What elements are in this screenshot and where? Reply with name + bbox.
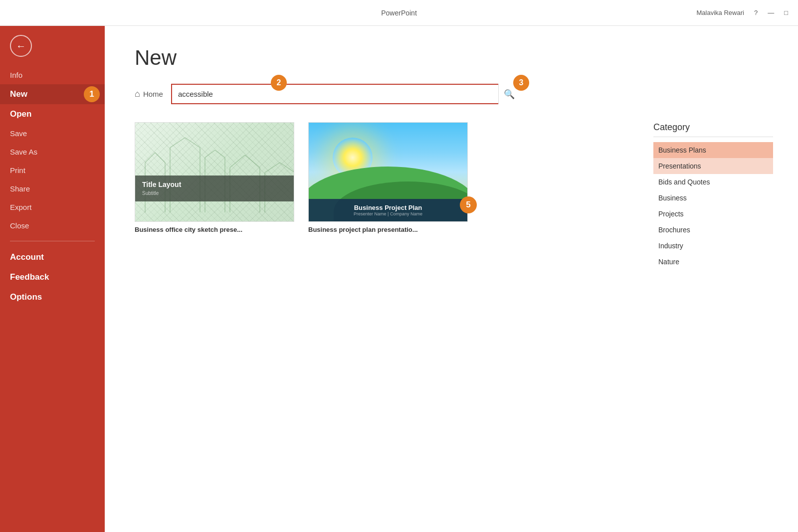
template-card-2[interactable]: Business Project Plan Presenter Name | C… xyxy=(308,122,468,233)
sidebar-divider xyxy=(10,241,95,241)
home-link[interactable]: ⌂ Home xyxy=(135,89,163,99)
category-list: Business Plans Presentations Bids and Qu… xyxy=(653,142,773,270)
template-thumb-2: Business Project Plan Presenter Name | C… xyxy=(308,122,468,222)
template-thumb-1: Title Layout Subtitle xyxy=(135,122,294,222)
annotation-badge-3: 3 xyxy=(513,75,529,91)
sidebar: ← Info New 1 Open Save Save As Print xyxy=(0,26,105,532)
home-icon: ⌂ xyxy=(135,89,140,99)
svg-line-17 xyxy=(265,163,280,173)
sidebar-item-save-as[interactable]: Save As xyxy=(0,143,105,161)
category-item-projects[interactable]: Projects xyxy=(653,206,773,222)
search-icon: 🔍 xyxy=(504,89,515,100)
sidebar-bottom: Account Feedback Options xyxy=(0,247,105,317)
sidebar-item-info[interactable]: Info xyxy=(0,66,105,84)
templates-section: Title Layout Subtitle Business office ci… xyxy=(135,122,773,270)
sidebar-item-save[interactable]: Save xyxy=(0,124,105,143)
sidebar-item-new[interactable]: New 1 xyxy=(0,84,105,104)
template-label-1: Business office city sketch prese... xyxy=(135,226,294,233)
thumb-sketch-bg: Title Layout Subtitle xyxy=(135,123,294,221)
annotation-badge-2: 2 xyxy=(271,75,287,91)
sidebar-item-account[interactable]: Account xyxy=(0,247,105,267)
svg-line-1 xyxy=(145,153,155,163)
category-item-industry[interactable]: Industry xyxy=(653,238,773,254)
search-box-wrapper: 3 🔍 xyxy=(171,84,520,104)
svg-line-14 xyxy=(245,155,260,168)
category-item-nature[interactable]: Nature xyxy=(653,254,773,270)
page-title: New xyxy=(135,46,773,70)
svg-line-10 xyxy=(215,150,225,158)
svg-line-5 xyxy=(170,138,185,148)
svg-line-18 xyxy=(280,163,294,173)
search-row: ⌂ Home 2 3 🔍 xyxy=(135,84,773,104)
svg-line-9 xyxy=(205,150,215,158)
back-icon: ← xyxy=(10,35,32,57)
minimize-icon[interactable]: — xyxy=(768,9,774,16)
nature-bar: Business Project Plan Presenter Name | C… xyxy=(309,199,467,221)
svg-line-6 xyxy=(185,138,200,148)
sidebar-item-options[interactable]: Options xyxy=(0,287,105,307)
sidebar-item-print[interactable]: Print xyxy=(0,161,105,179)
sketch-bar: Title Layout Subtitle xyxy=(135,176,294,201)
maximize-icon[interactable]: □ xyxy=(784,9,788,16)
main-layout: ← Info New 1 Open Save Save As Print xyxy=(0,26,798,532)
search-input[interactable] xyxy=(171,84,520,104)
home-label: Home xyxy=(143,90,163,98)
category-item-business[interactable]: Business xyxy=(653,190,773,206)
template-card-1[interactable]: Title Layout Subtitle Business office ci… xyxy=(135,122,294,233)
category-panel: Category Business Plans Presentations Bi… xyxy=(653,122,773,270)
sidebar-item-export[interactable]: Export xyxy=(0,198,105,216)
sketch-svg xyxy=(135,123,294,222)
app-title: PowerPoint xyxy=(381,9,417,17)
content-area: New ⌂ Home 2 3 🔍 xyxy=(105,26,798,532)
templates-grid: Title Layout Subtitle Business office ci… xyxy=(135,122,633,233)
title-bar: PowerPoint Malavika Rewari ? — □ xyxy=(0,0,798,26)
template-label-2: Business project plan presentatio... xyxy=(308,226,468,233)
badge-1: 1 xyxy=(84,86,100,102)
svg-line-2 xyxy=(155,153,165,163)
category-item-bids-quotes[interactable]: Bids and Quotes xyxy=(653,174,773,190)
svg-line-13 xyxy=(230,155,245,168)
sidebar-item-open[interactable]: Open xyxy=(0,104,105,124)
sidebar-item-feedback[interactable]: Feedback xyxy=(0,267,105,287)
sidebar-item-close[interactable]: Close xyxy=(0,216,105,235)
category-title: Category xyxy=(653,122,773,137)
category-item-presentations[interactable]: Presentations xyxy=(653,158,773,174)
back-button[interactable]: ← xyxy=(6,31,36,61)
category-item-business-plans[interactable]: Business Plans xyxy=(653,142,773,158)
user-name: Malavika Rewari xyxy=(697,9,744,16)
category-item-brochures[interactable]: Brochures xyxy=(653,222,773,238)
sidebar-nav: Info New 1 Open Save Save As Print Share xyxy=(0,66,105,532)
help-icon[interactable]: ? xyxy=(754,9,758,16)
sidebar-item-share[interactable]: Share xyxy=(0,179,105,198)
title-bar-right: Malavika Rewari ? — □ xyxy=(697,9,788,16)
annotation-badge-5: 5 xyxy=(460,196,477,213)
thumb-nature-bg: Business Project Plan Presenter Name | C… xyxy=(309,123,467,221)
